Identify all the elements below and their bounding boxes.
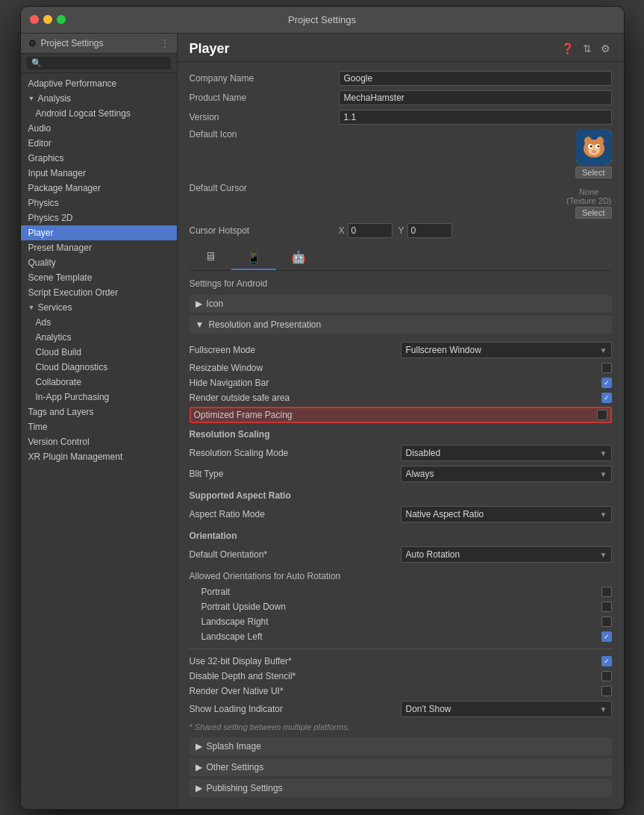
platform-tabs: 🖥 📱 🤖 [190, 246, 612, 271]
sidebar-item-cloud-build[interactable]: Cloud Build [21, 345, 177, 360]
company-name-label: Company Name [190, 73, 339, 84]
blit-type-select[interactable]: Always Never Auto [401, 466, 612, 482]
splash-image-section-header[interactable]: ▶ Splash Image [190, 737, 612, 755]
render-native-checkbox[interactable] [601, 686, 612, 696]
hamster-icon [576, 129, 612, 165]
sidebar-menu-icon[interactable]: ⋮ [160, 38, 169, 49]
aspect-ratio-select[interactable]: Native Aspect Ratio Custom [401, 506, 612, 522]
cursor-select-button[interactable]: Select [575, 207, 612, 219]
hotspot-y-input[interactable] [407, 223, 452, 238]
optimized-frame-checkbox[interactable] [597, 410, 607, 420]
portrait-label: Portrait [190, 587, 601, 597]
sidebar-item-graphics[interactable]: Graphics [21, 151, 177, 166]
sidebar-item-label: Android Logcat Settings [36, 108, 131, 119]
resolution-section-header[interactable]: ▼ Resolution and Presentation [190, 316, 612, 334]
landscape-left-checkbox[interactable] [601, 631, 612, 642]
scaling-mode-select[interactable]: Disabled Fixed DPI [401, 445, 612, 461]
sidebar-item-package-manager[interactable]: Package Manager [21, 181, 177, 196]
hotspot-x-input[interactable] [348, 223, 393, 238]
xy-row: X Y [339, 223, 612, 238]
traffic-lights [30, 15, 66, 24]
portrait-updown-checkbox[interactable] [601, 602, 612, 612]
sidebar-item-quality[interactable]: Quality [21, 255, 177, 270]
sidebar-item-input-manager[interactable]: Input Manager [21, 166, 177, 181]
layout-icon[interactable]: ⇅ [581, 41, 593, 56]
aspect-ratio-row: Aspect Ratio Mode Native Aspect Ratio Cu… [190, 504, 612, 525]
product-name-input[interactable] [339, 90, 612, 105]
fullscreen-mode-select-wrapper: Fullscreen Window Exclusive Fullscreen W… [401, 342, 612, 358]
portrait-updown-label: Portrait Upside Down [190, 602, 601, 612]
landscape-left-label: Landscape Left [190, 631, 601, 642]
sidebar-item-scene-template[interactable]: Scene Template [21, 270, 177, 285]
use32bit-row: Use 32-bit Display Buffer* [190, 654, 612, 669]
scaling-mode-row: Resolution Scaling Mode Disabled Fixed D… [190, 443, 612, 463]
help-icon[interactable]: ❓ [560, 41, 575, 56]
sidebar-item-cloud-diagnostics[interactable]: Cloud Diagnostics [21, 360, 177, 375]
sidebar-item-analysis[interactable]: ▼ Analysis [21, 91, 177, 106]
sidebar-item-label: Physics [28, 198, 59, 208]
render-safe-checkbox[interactable] [601, 393, 612, 403]
publishing-settings-section-header[interactable]: ▶ Publishing Settings [190, 779, 612, 797]
close-button[interactable] [30, 15, 39, 24]
sidebar-item-analytics[interactable]: Analytics [21, 330, 177, 345]
loading-indicator-select[interactable]: Don't Show Large Small [401, 701, 612, 717]
default-cursor-label: Default Cursor [190, 183, 339, 193]
sidebar-item-script-execution[interactable]: Script Execution Order [21, 285, 177, 300]
search-input[interactable] [45, 58, 166, 67]
sidebar-item-label: Physics 2D [28, 213, 73, 223]
search-bar: 🔍 [21, 54, 177, 73]
sidebar-item-android-logcat[interactable]: Android Logcat Settings [21, 106, 177, 121]
y-field: Y [398, 223, 452, 238]
landscape-right-checkbox[interactable] [601, 616, 612, 627]
sidebar-item-label: Package Manager [28, 183, 101, 193]
sidebar-item-time[interactable]: Time [21, 419, 177, 434]
sidebar-item-label: Cloud Build [36, 347, 81, 357]
resizable-window-checkbox[interactable] [601, 363, 612, 373]
disable-depth-checkbox[interactable] [601, 671, 612, 681]
sidebar-item-label: Time [28, 422, 48, 432]
minimize-button[interactable] [43, 15, 52, 24]
blit-type-select-wrapper: Always Never Auto ▼ [401, 466, 612, 482]
other-settings-section-header[interactable]: ▶ Other Settings [190, 758, 612, 776]
sidebar-item-physics[interactable]: Physics [21, 196, 177, 210]
sidebar-item-label: Analytics [36, 332, 72, 343]
maximize-button[interactable] [57, 15, 66, 24]
default-orientation-label: Default Orientation* [190, 549, 401, 560]
version-input[interactable] [339, 110, 612, 125]
icon-section-header[interactable]: ▶ Icon [190, 295, 612, 313]
sidebar-item-audio[interactable]: Audio [21, 121, 177, 136]
use32bit-checkbox[interactable] [601, 656, 612, 666]
sidebar-header-text: Project Settings [41, 38, 104, 49]
sidebar-item-collaborate[interactable]: Collaborate [21, 375, 177, 390]
sidebar-item-adaptive-performance[interactable]: Adaptive Performance [21, 76, 177, 91]
fullscreen-mode-row: Fullscreen Mode Fullscreen Window Exclus… [190, 340, 612, 360]
sidebar-item-editor[interactable]: Editor [21, 136, 177, 151]
sidebar-item-tags-layers[interactable]: Tags and Layers [21, 405, 177, 419]
search-icon: 🔍 [31, 58, 42, 68]
project-settings-window: Project Settings ⚙ Project Settings ⋮ 🔍 … [20, 6, 625, 810]
cursor-hotspot-fields: X Y [339, 223, 612, 238]
sidebar-item-player[interactable]: Player [21, 225, 177, 240]
tab-monitor[interactable]: 🖥 [190, 246, 231, 270]
portrait-checkbox[interactable] [601, 587, 612, 597]
svg-point-9 [597, 145, 599, 147]
chevron-right-icon: ▶ [196, 299, 202, 309]
sidebar-item-label: Collaborate [36, 377, 81, 387]
splash-image-label: Splash Image [207, 741, 261, 752]
sidebar-item-preset-manager[interactable]: Preset Manager [21, 240, 177, 255]
fullscreen-mode-select[interactable]: Fullscreen Window Exclusive Fullscreen W… [401, 342, 612, 358]
sidebar-item-label: Player [28, 228, 54, 238]
sidebar-item-services[interactable]: ▼ Services [21, 300, 177, 315]
sidebar-item-version-control[interactable]: Version Control [21, 434, 177, 449]
sidebar-item-physics2d[interactable]: Physics 2D [21, 210, 177, 225]
sidebar-item-in-app-purchasing[interactable]: In-App Purchasing [21, 390, 177, 405]
default-orientation-select[interactable]: Auto Rotation Portrait Landscape Left [401, 546, 612, 563]
sidebar-item-ads[interactable]: Ads [21, 315, 177, 330]
settings-icon[interactable]: ⚙ [599, 41, 612, 56]
icon-select-button[interactable]: Select [575, 166, 612, 178]
hide-nav-checkbox[interactable] [601, 378, 612, 388]
company-name-input[interactable] [339, 71, 612, 86]
tab-tablet[interactable]: 📱 [231, 246, 276, 270]
sidebar-item-xr-plugin[interactable]: XR Plugin Management [21, 449, 177, 464]
tab-android[interactable]: 🤖 [276, 246, 321, 270]
